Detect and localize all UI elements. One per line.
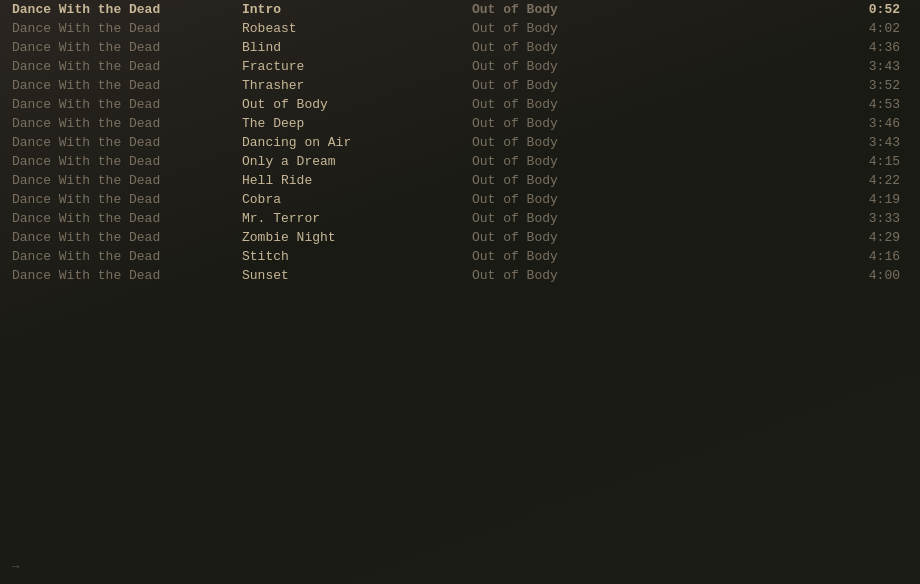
track-artist: Dance With the Dead	[12, 192, 242, 207]
track-album: Out of Body	[472, 116, 692, 131]
header-album: Out of Body	[472, 2, 692, 17]
track-album: Out of Body	[472, 249, 692, 264]
track-title: Out of Body	[242, 97, 472, 112]
track-duration: 4:19	[692, 192, 908, 207]
track-title: Fracture	[242, 59, 472, 74]
track-album: Out of Body	[472, 21, 692, 36]
track-duration: 3:43	[692, 59, 908, 74]
track-title: Dancing on Air	[242, 135, 472, 150]
track-list-header: Dance With the Dead Intro Out of Body 0:…	[0, 0, 920, 19]
track-title: Hell Ride	[242, 173, 472, 188]
track-artist: Dance With the Dead	[12, 116, 242, 131]
header-title: Intro	[242, 2, 472, 17]
track-album: Out of Body	[472, 173, 692, 188]
track-row[interactable]: Dance With the Dead Hell Ride Out of Bod…	[0, 171, 920, 190]
track-row[interactable]: Dance With the Dead The Deep Out of Body…	[0, 114, 920, 133]
track-album: Out of Body	[472, 192, 692, 207]
track-row[interactable]: Dance With the Dead Sunset Out of Body 4…	[0, 266, 920, 285]
track-duration: 4:02	[692, 21, 908, 36]
track-row[interactable]: Dance With the Dead Fracture Out of Body…	[0, 57, 920, 76]
track-row[interactable]: Dance With the Dead Robeast Out of Body …	[0, 19, 920, 38]
track-album: Out of Body	[472, 97, 692, 112]
track-list: Dance With the Dead Intro Out of Body 0:…	[0, 0, 920, 285]
track-album: Out of Body	[472, 78, 692, 93]
track-row[interactable]: Dance With the Dead Cobra Out of Body 4:…	[0, 190, 920, 209]
track-title: Cobra	[242, 192, 472, 207]
track-row[interactable]: Dance With the Dead Mr. Terror Out of Bo…	[0, 209, 920, 228]
track-duration: 3:46	[692, 116, 908, 131]
track-title: Sunset	[242, 268, 472, 283]
track-title: Blind	[242, 40, 472, 55]
track-row[interactable]: Dance With the Dead Dancing on Air Out o…	[0, 133, 920, 152]
track-duration: 4:00	[692, 268, 908, 283]
track-duration: 3:52	[692, 78, 908, 93]
track-album: Out of Body	[472, 59, 692, 74]
track-album: Out of Body	[472, 268, 692, 283]
track-album: Out of Body	[472, 135, 692, 150]
track-row[interactable]: Dance With the Dead Blind Out of Body 4:…	[0, 38, 920, 57]
track-title: Stitch	[242, 249, 472, 264]
track-album: Out of Body	[472, 40, 692, 55]
track-artist: Dance With the Dead	[12, 211, 242, 226]
track-title: Mr. Terror	[242, 211, 472, 226]
track-artist: Dance With the Dead	[12, 230, 242, 245]
track-duration: 3:43	[692, 135, 908, 150]
track-artist: Dance With the Dead	[12, 154, 242, 169]
track-artist: Dance With the Dead	[12, 59, 242, 74]
track-title: Only a Dream	[242, 154, 472, 169]
track-artist: Dance With the Dead	[12, 40, 242, 55]
track-artist: Dance With the Dead	[12, 21, 242, 36]
track-artist: Dance With the Dead	[12, 173, 242, 188]
track-album: Out of Body	[472, 230, 692, 245]
track-artist: Dance With the Dead	[12, 249, 242, 264]
track-row[interactable]: Dance With the Dead Only a Dream Out of …	[0, 152, 920, 171]
track-row[interactable]: Dance With the Dead Thrasher Out of Body…	[0, 76, 920, 95]
track-duration: 3:33	[692, 211, 908, 226]
track-artist: Dance With the Dead	[12, 135, 242, 150]
track-title: Robeast	[242, 21, 472, 36]
track-row[interactable]: Dance With the Dead Out of Body Out of B…	[0, 95, 920, 114]
header-artist: Dance With the Dead	[12, 2, 242, 17]
track-album: Out of Body	[472, 211, 692, 226]
track-duration: 4:16	[692, 249, 908, 264]
track-row[interactable]: Dance With the Dead Stitch Out of Body 4…	[0, 247, 920, 266]
track-duration: 4:22	[692, 173, 908, 188]
track-artist: Dance With the Dead	[12, 97, 242, 112]
track-album: Out of Body	[472, 154, 692, 169]
track-artist: Dance With the Dead	[12, 268, 242, 283]
track-duration: 4:36	[692, 40, 908, 55]
track-duration: 4:29	[692, 230, 908, 245]
track-row[interactable]: Dance With the Dead Zombie Night Out of …	[0, 228, 920, 247]
track-artist: Dance With the Dead	[12, 78, 242, 93]
track-duration: 4:53	[692, 97, 908, 112]
track-title: Zombie Night	[242, 230, 472, 245]
arrow-indicator: →	[12, 560, 19, 574]
header-duration: 0:52	[692, 2, 908, 17]
track-duration: 4:15	[692, 154, 908, 169]
track-title: The Deep	[242, 116, 472, 131]
track-title: Thrasher	[242, 78, 472, 93]
